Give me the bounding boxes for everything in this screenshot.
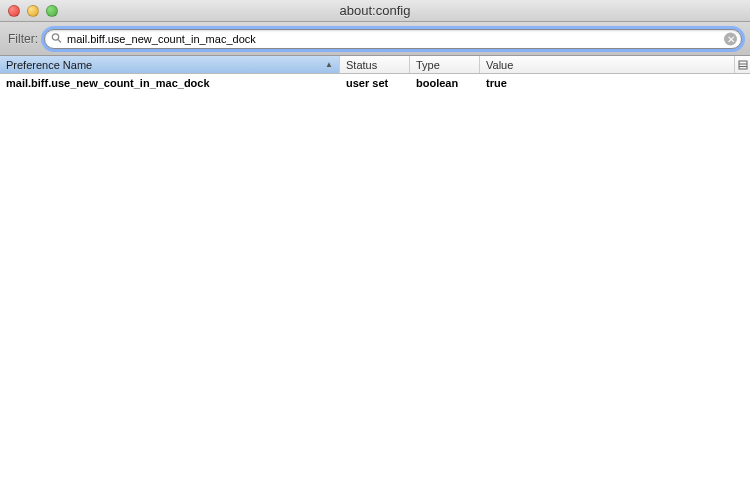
filter-input[interactable] [44, 29, 742, 49]
column-header-status[interactable]: Status [340, 56, 410, 73]
pref-status: user set [340, 75, 410, 91]
minimize-button[interactable] [27, 5, 39, 17]
table-row[interactable]: mail.biff.use_new_count_in_mac_dock user… [0, 74, 750, 92]
toolbar: Filter: ✕ [0, 22, 750, 56]
pref-value: true [480, 75, 750, 91]
clear-icon[interactable]: ✕ [724, 32, 737, 45]
search-wrap: ✕ [44, 29, 742, 49]
svg-rect-2 [739, 61, 747, 69]
close-button[interactable] [8, 5, 20, 17]
table-header: Preference Name ▲ Status Type Value [0, 56, 750, 74]
column-picker-icon[interactable] [734, 56, 750, 73]
sort-asc-icon: ▲ [325, 60, 333, 69]
zoom-button[interactable] [46, 5, 58, 17]
column-header-type-label: Type [416, 59, 440, 71]
pref-name: mail.biff.use_new_count_in_mac_dock [0, 75, 340, 91]
column-header-status-label: Status [346, 59, 377, 71]
traffic-lights [8, 5, 58, 17]
column-header-name-label: Preference Name [6, 59, 92, 71]
column-header-type[interactable]: Type [410, 56, 480, 73]
filter-label: Filter: [8, 32, 38, 46]
titlebar: about:config [0, 0, 750, 22]
about-config-window: about:config Filter: ✕ Preference Name ▲… [0, 0, 750, 500]
pref-type: boolean [410, 75, 480, 91]
column-header-value[interactable]: Value [480, 56, 734, 73]
table-body[interactable]: mail.biff.use_new_count_in_mac_dock user… [0, 74, 750, 500]
column-header-name[interactable]: Preference Name ▲ [0, 56, 340, 73]
column-header-value-label: Value [486, 59, 513, 71]
window-title: about:config [0, 3, 750, 18]
